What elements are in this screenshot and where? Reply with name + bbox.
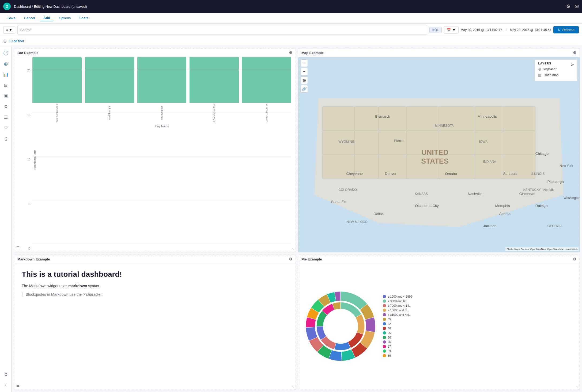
add-button[interactable]: Add [40,15,53,21]
pie-legend-label: 35 [388,318,391,321]
share-button[interactable]: Share [76,15,92,21]
svg-text:Atlanta: Atlanta [499,212,511,216]
svg-text:Washington: Washington [564,196,580,200]
pie-legend-color [383,295,386,298]
sidebar-item-settings[interactable]: ⚙ [1,370,11,379]
link-button[interactable]: 🔗 [300,85,308,93]
svg-text:Oklahoma City: Oklahoma City [415,204,439,208]
zoom-in-button[interactable]: + [300,59,308,67]
bar-chart-gear-icon[interactable]: ⚙ [289,51,292,55]
svg-text:ILLINOIS: ILLINOIS [531,172,545,176]
sidebar-item-canvas[interactable]: ▣ [1,91,11,101]
sidebar-item-monitor[interactable]: ♡ [1,123,11,133]
resize-handle[interactable]: ⤡ [292,247,294,251]
map-controls: + − ⊕ 🔗 [300,59,308,93]
pie-legend-label: 30 [388,336,391,339]
dashboard-grid: Bar Example ⚙ Speaking Parts 20 [12,46,582,392]
filter-bar: ⊕ + Add filter [0,36,582,46]
search-input[interactable] [20,28,424,32]
kql-badge[interactable]: KQL [429,27,442,33]
add-filter-button[interactable]: + Add filter [9,39,24,43]
date-arrow: → [504,28,508,32]
pie-chart-gear-icon[interactable]: ⚙ [573,257,576,261]
svg-text:Memphis: Memphis [495,204,510,208]
pie-legend-item: ≥ 31000 and < 5... [383,313,577,316]
resize-handle[interactable]: ⤡ [576,247,579,251]
logo[interactable]: D [3,3,11,10]
pie-legend-item: 33 [383,349,577,353]
resize-handle[interactable]: ⤡ [576,385,579,389]
svg-text:COLORADO: COLORADO [338,188,357,192]
sidebar-item-ml[interactable]: ⚙ [1,102,11,111]
pie-legend-color [383,299,386,303]
refresh-icon: ↻ [558,28,561,32]
pie-legend-label: 39 [388,354,391,357]
minus-icon: ⊖ [538,67,541,71]
svg-text:Minneapolis: Minneapolis [478,115,497,119]
cancel-button[interactable]: Cancel [21,15,38,21]
panel-list-icon[interactable]: ☰ [16,246,20,250]
pie-legend-label: 22 [388,322,391,325]
bar-chart-header: Bar Example ⚙ [14,48,296,57]
pie-legend-label: ≥ 15000 and 3... [388,309,409,312]
pie-legend-label: 40 [388,327,391,330]
pie-legend-item: 35 [383,318,577,321]
search-type-button[interactable]: ≡ ▼ [3,26,15,34]
sidebar-item-collapse[interactable]: ⟨ [1,380,11,390]
settings-icon[interactable]: ⚙ [566,3,570,9]
map-chart-title: Map Example [301,51,324,55]
svg-text:Jackson: Jackson [483,224,497,228]
zoom-out-button[interactable]: − [300,68,308,75]
svg-text:Pittsburgh: Pittsburgh [547,180,564,184]
markdown-panel: Markdown Example ⚙ This is a tutorial da… [14,255,296,390]
bar-chart-content: Speaking Parts 20 15 10 5 0 [14,57,296,252]
svg-text:UNITED: UNITED [421,148,448,156]
pie-legend-label: ≥ 1000 and < 2999 [388,295,412,298]
main-layout: 🕐 ◎ 📊 ⊞ ▣ ⚙ ☰ ♡ ⟨⟩ ⚙ ⟨ Bar Example ⚙ S [0,46,582,392]
chevron-down-icon: ▼ [9,28,12,32]
svg-text:New York: New York [560,164,573,168]
pie-legend-label: 27 [388,345,391,348]
pie-svg [300,286,381,366]
markdown-blockquote: Blockquotes in Markdown use the > charac… [22,292,288,297]
pie-chart-title: Pie Example [301,257,322,261]
layers-toggle-icon[interactable]: ⊳ [570,62,574,67]
map-chart-header: Map Example ⚙ [298,48,580,57]
svg-rect-4 [407,106,439,130]
map-chart-gear-icon[interactable]: ⚙ [573,51,576,55]
resize-handle[interactable]: ⤡ [292,385,294,389]
sidebar-item-discover[interactable]: ◎ [1,59,11,68]
calendar-icon: 📅 [447,28,451,32]
pie-legend-item: 22 [383,322,577,325]
pie-legend-item: 25 [383,331,577,335]
markdown-heading: This is a tutorial dashboard! [22,270,288,279]
markdown-gear-icon[interactable]: ⚙ [289,257,292,261]
panel-list-icon[interactable]: ☰ [16,383,20,387]
options-button[interactable]: Options [55,15,74,21]
pie-legend-item: ≥ 15000 and 3... [383,309,577,312]
mail-icon[interactable]: ✉ [575,3,579,9]
pie-legend-label: ≥ 7000 and < 14... [388,304,411,307]
sidebar-item-clock[interactable]: 🕐 [1,48,11,58]
map-layers-panel: LAYERS ⊳ ⊖ logstash* ▦ Road map [535,59,577,81]
map-chart-panel: Map Example ⚙ [298,48,580,252]
bar-label: A Comedy of Errors [213,104,216,122]
breadcrumb: Dashboard / Editing New Dashboard (unsav… [14,5,87,9]
pie-legend-label: ≥ 31000 and < 5... [388,313,411,316]
sidebar-item-visualize[interactable]: 📊 [1,70,11,79]
svg-rect-9 [354,131,379,155]
pie-legend-item: 26 [383,340,577,344]
pie-legend-color [383,349,386,353]
markdown-title: Markdown Example [17,257,50,261]
date-range-button[interactable]: 📅 ▼ [444,26,459,34]
compass-button[interactable]: ⊕ [300,76,308,84]
sidebar-item-apm[interactable]: ⟨⟩ [1,134,11,143]
sidebar-item-dashboard[interactable]: ⊞ [1,80,11,90]
chevron-down-icon: ▼ [452,28,456,32]
save-button[interactable]: Save [4,15,19,21]
date-to: May 20, 2015 @ 13:11:45.57 [510,28,551,32]
pie-legend-item: ≥ 7000 and < 14... [383,304,577,307]
sidebar-item-devtools[interactable]: ☰ [1,112,11,122]
bar-chart-title: Bar Example [17,51,39,55]
refresh-button[interactable]: ↻ Refresh [553,26,579,33]
